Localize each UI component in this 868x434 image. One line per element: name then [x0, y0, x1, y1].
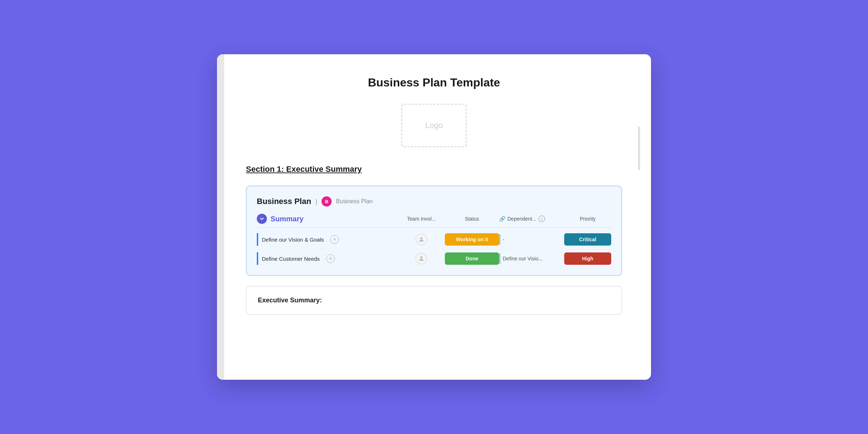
task-name-1: Define Customer Needs: [262, 256, 320, 262]
executive-summary-title: Executive Summary:: [258, 297, 322, 304]
task-team-0: [398, 234, 445, 245]
info-icon[interactable]: i: [539, 216, 545, 222]
board-widget: Business Plan | B Business Plan Summary …: [246, 186, 622, 276]
task-priority-col-1: High: [564, 252, 611, 265]
svg-point-1: [420, 256, 422, 259]
col-header-status: Status: [445, 216, 499, 222]
board-subtitle: Business Plan: [336, 198, 373, 205]
task-color-bar-1: [257, 252, 258, 265]
col-header-dependent: 🔗 Dependent... i: [499, 216, 564, 222]
task-dependent-col-0: -: [499, 234, 564, 245]
board-separator: |: [315, 198, 317, 205]
task-priority-col-0: Critical: [564, 233, 611, 246]
board-header: Business Plan | B Business Plan: [257, 196, 611, 207]
user-avatar-1[interactable]: [416, 253, 427, 264]
scroll-indicator: [638, 127, 640, 170]
add-subtask-button-0[interactable]: +: [330, 235, 339, 244]
table-header-row: Summary Team Invol... Status 🔗 Dependent…: [257, 214, 611, 228]
col-header-team: Team Invol...: [398, 216, 445, 222]
svg-point-0: [420, 237, 422, 239]
col-header-dependent-text: Dependent...: [507, 216, 536, 222]
group-name: Summary: [271, 215, 303, 223]
user-icon-1: [418, 255, 425, 262]
dep-bar-0: [499, 234, 501, 245]
user-icon-0: [418, 236, 425, 243]
status-badge-0[interactable]: Working on it: [445, 233, 499, 246]
task-row: Define Customer Needs + Done Define our …: [257, 249, 611, 268]
logo-placeholder[interactable]: Logo: [401, 104, 467, 147]
section-heading: Section 1: Executive Summary: [246, 165, 622, 174]
task-color-bar-0: [257, 233, 258, 246]
arrow-down-icon: [260, 217, 264, 221]
add-subtask-button-1[interactable]: +: [326, 254, 335, 263]
user-avatar-0[interactable]: [416, 234, 427, 245]
logo-text: Logo: [425, 121, 443, 130]
task-row: Define our Vision & Goals + Working on i…: [257, 230, 611, 249]
task-status-col-0: Working on it: [445, 233, 499, 246]
col-header-priority: Priority: [564, 216, 611, 222]
task-left-1: Define Customer Needs +: [257, 252, 398, 265]
dep-text-1: Define our Visio...: [503, 256, 542, 261]
page-container: Business Plan Template Logo Section 1: E…: [217, 54, 651, 380]
task-team-1: [398, 253, 445, 264]
group-header: Summary: [257, 214, 398, 224]
link-icon: 🔗: [499, 216, 505, 222]
status-badge-1[interactable]: Done: [445, 252, 499, 265]
group-arrow-button[interactable]: [257, 214, 267, 224]
priority-badge-0[interactable]: Critical: [564, 233, 611, 246]
task-dependent-col-1: Define our Visio...: [499, 253, 564, 264]
task-left-0: Define our Vision & Goals +: [257, 233, 398, 246]
dep-text-0: -: [503, 237, 505, 242]
page-title: Business Plan Template: [246, 76, 622, 89]
task-rows: Define our Vision & Goals + Working on i…: [257, 230, 611, 268]
board-title: Business Plan: [257, 197, 311, 206]
task-status-col-1: Done: [445, 252, 499, 265]
board-badge: B: [322, 196, 332, 207]
dep-bar-1: [499, 253, 501, 264]
executive-summary-box: Executive Summary:: [246, 286, 622, 315]
priority-badge-1[interactable]: High: [564, 252, 611, 265]
task-name-0: Define our Vision & Goals: [262, 237, 324, 243]
